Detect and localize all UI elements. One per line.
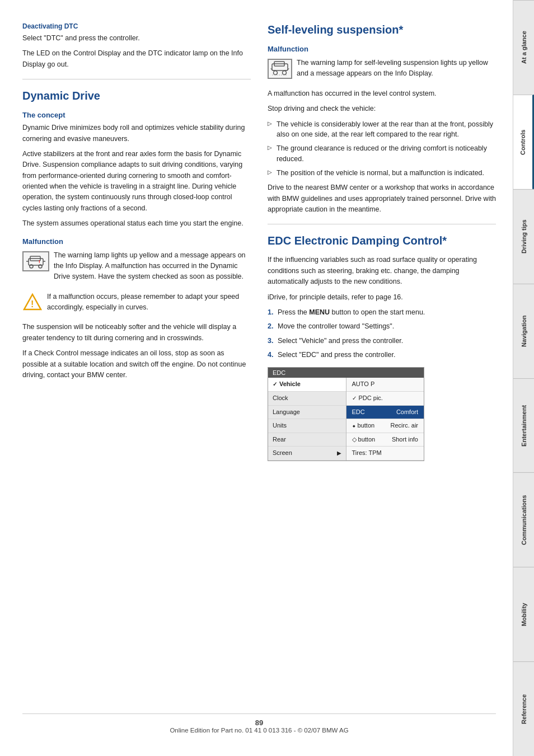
self-leveling-para2: Stop driving and check the vehicle: (268, 104, 496, 114)
deactivating-dtc-body2: The LED on the Control Display and the D… (22, 48, 251, 70)
section-divider (22, 79, 251, 79)
right-divider (268, 224, 496, 224)
self-leveling-bullet-list: The vehicle is considerably lower at the… (268, 119, 496, 179)
menu-language: Language (268, 406, 346, 420)
menu-left-col: ✓ Vehicle Clock Language U (268, 378, 346, 461)
self-leveling-title: Self-leveling suspension* (268, 22, 496, 37)
dynamic-drive-section: Dynamic Drive The concept Dynamic Drive … (22, 88, 251, 381)
svg-text:!: ! (31, 299, 34, 309)
menu-screenshot: EDC ✓ Vehicle Clock (268, 367, 424, 461)
copyright-text: Online Edition for Part no. 01 41 0 013 … (22, 727, 496, 734)
malfunction-icon: ! (22, 251, 49, 271)
step-1: 1. Press the MENU button to open the sta… (268, 307, 496, 318)
page-number: 89 (22, 719, 496, 727)
malfunction-subtitle-left: Malfunction (22, 237, 251, 246)
sidebar-tab-navigation[interactable]: Navigation (513, 284, 534, 378)
concept-para3: The system assumes operational status ea… (22, 218, 251, 229)
sidebar-tab-mobility[interactable]: Mobility (513, 567, 534, 661)
menu-screen: Screen ▶ (268, 447, 346, 461)
edc-section: EDC Electronic Damping Control* If the i… (268, 233, 496, 461)
sidebar: At a glance Controls Driving tips Naviga… (513, 0, 534, 756)
menu-right-col: AUTO P ✓ PDC pic. EDC Comfort (346, 378, 424, 461)
triangle-warning-text: If a malfunction occurs, please remember… (47, 292, 251, 313)
edc-steps-list: 1. Press the MENU button to open the sta… (268, 307, 496, 361)
step-3: 3. Select "Vehicle" and press the contro… (268, 336, 496, 346)
deactivating-dtc-section: Deactivating DTC Select "DTC" and press … (22, 22, 251, 70)
concept-para2: Active stabilizers at the front and rear… (22, 149, 251, 214)
svg-text:!: ! (39, 259, 40, 264)
step-2: 2. Move the controller toward "Settings"… (268, 321, 496, 332)
menu-body: ✓ Vehicle Clock Language U (268, 378, 424, 461)
deactivating-dtc-title: Deactivating DTC (22, 22, 251, 30)
menu-auto-p: AUTO P (346, 378, 424, 392)
svg-point-11 (274, 71, 278, 75)
dynamic-drive-title: Dynamic Drive (22, 88, 251, 103)
self-leveling-section: Self-leveling suspension* Malfunction (268, 22, 496, 215)
menu-pdc: ✓ PDC pic. (346, 392, 424, 406)
malfunction-para2: If a Check Control message indicates an … (22, 348, 251, 381)
triangle-warning-icon: ! (22, 293, 43, 313)
concept-subtitle: The concept (22, 111, 251, 119)
menu-clock: Clock (268, 392, 346, 406)
menu-vehicle: ✓ Vehicle (268, 378, 346, 392)
bullet-item-3: The position of the vehicle is normal, b… (268, 168, 496, 179)
sidebar-tab-driving-tips[interactable]: Driving tips (513, 189, 534, 284)
idrive-ref: iDrive, for principle details, refer to … (268, 292, 496, 303)
self-leveling-malfunction-subtitle: Malfunction (268, 45, 496, 53)
sidebar-tab-at-a-glance[interactable]: At a glance (513, 0, 534, 95)
sidebar-tab-communications[interactable]: Communications (513, 472, 534, 567)
deactivating-dtc-body1: Select "DTC" and press the controller. (22, 33, 251, 44)
car-icon: ! (26, 254, 45, 269)
bullet-item-2: The ground clearance is reduced or the d… (268, 143, 496, 165)
sidebar-tab-reference[interactable]: Reference (513, 661, 534, 756)
menu-diamond-button: ⬥ button Recirc. air (346, 419, 424, 433)
step-4: 4. Select "EDC" and press the controller… (268, 350, 496, 360)
self-leveling-warning-box: The warning lamp for self-leveling suspe… (268, 58, 496, 84)
menu-units: Units (268, 419, 346, 433)
concept-para1: Dynamic Drive minimizes body roll and op… (22, 123, 251, 144)
svg-rect-0 (29, 259, 43, 265)
menu-edc: EDC Comfort (346, 406, 424, 420)
self-level-icon (268, 59, 292, 79)
sidebar-tab-controls[interactable]: Controls (513, 95, 534, 189)
malfunction-warning-text: The warning lamp lights up yellow and a … (54, 250, 251, 283)
malfunction-para1: The suspension will be noticeably softer… (22, 322, 251, 344)
malfunction-warning-box: ! The warning lamp lights up yellow and … (22, 250, 251, 287)
edc-title: EDC Electronic Damping Control* (268, 233, 496, 248)
sidebar-tab-entertainment[interactable]: Entertainment (513, 378, 534, 473)
self-leveling-para3: Drive to the nearest BMW center or a wor… (268, 182, 496, 215)
menu-diamond-button2: ◇ button Short info (346, 433, 424, 447)
svg-point-12 (283, 71, 287, 75)
self-leveling-para1: A malfunction has occurred in the level … (268, 88, 496, 99)
menu-rear: Rear (268, 433, 346, 447)
bullet-item-1: The vehicle is considerably lower at the… (268, 119, 496, 140)
self-leveling-malfunction-text: The warning lamp for self-leveling suspe… (297, 58, 496, 79)
menu-tires: Tires: TPM (346, 447, 424, 461)
suspension-icon (269, 60, 291, 77)
triangle-warning-box: ! If a malfunction occurs, please rememb… (22, 292, 251, 318)
page-footer: 89 Online Edition for Part no. 01 41 0 0… (22, 713, 496, 734)
menu-header: EDC (268, 368, 424, 378)
edc-para1: If the influencing variables such as roa… (268, 255, 496, 287)
